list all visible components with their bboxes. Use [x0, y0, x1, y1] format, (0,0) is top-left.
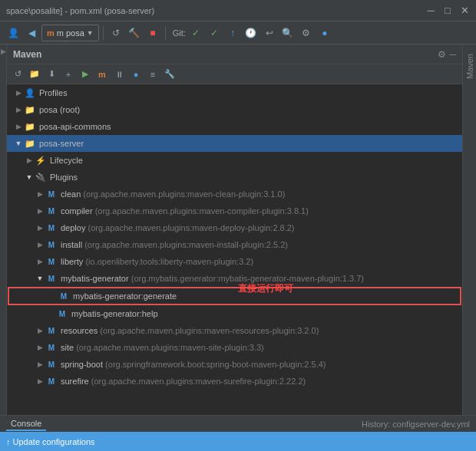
tree-item-surefire[interactable]: ▶ M surefire (org.apache.maven.plugins:m… — [7, 373, 462, 390]
toolbar-avatar-icon[interactable]: ● — [316, 25, 333, 41]
posa-api-label: posa-api-commons — [39, 122, 111, 131]
main-content: ▶ Maven ⚙ ─ ↺ 📁 ⬇ + ▶ m ⏸ ● ≡ 🔧 — [0, 44, 476, 415]
clean-label: clean (org.apache.maven.plugins:maven-cl… — [61, 189, 285, 199]
toolbar-settings-icon[interactable]: ⚙ — [298, 25, 315, 41]
toolbar-sep-1 — [103, 26, 104, 40]
title-bar-controls: ─ □ ✕ — [425, 5, 470, 16]
mv-refresh-btn[interactable]: ↺ — [10, 67, 25, 82]
gen-help-label: mybatis-generator:help — [71, 309, 158, 318]
plugins-label: Plugins — [50, 173, 78, 182]
git-check2-icon[interactable]: ✓ — [206, 25, 223, 41]
maven-settings-icon[interactable]: ⚙ — [438, 49, 446, 60]
lifecycle-arrow[interactable]: ▶ — [24, 156, 35, 164]
spring-boot-arrow[interactable]: ▶ — [35, 360, 45, 368]
tree-item-clean[interactable]: ▶ M clean (org.apache.maven.plugins:mave… — [7, 186, 462, 202]
plugins-arrow[interactable]: ▼ — [24, 173, 35, 181]
mv-download-btn[interactable]: ⬇ — [44, 67, 59, 82]
surefire-arrow[interactable]: ▶ — [35, 377, 45, 385]
main-toolbar: 👤 ◀ m m posa ▼ ↺ 🔨 ■ Git: ✓ ✓ ↑ 🕐 ↩ 🔍 ⚙ … — [0, 21, 476, 44]
maven-tree: ▶ 👤 Profiles ▶ 📁 posa (root) ▶ 📁 posa-ap… — [7, 84, 462, 390]
mv-wrench-btn[interactable]: 🔧 — [162, 67, 177, 82]
console-tab[interactable]: Console — [6, 417, 46, 431]
maven-panel-title: Maven — [13, 49, 41, 60]
tree-item-posa-server[interactable]: ▼ 📁 posa-server — [7, 135, 462, 152]
maven-panel: Maven ⚙ ─ ↺ 📁 ⬇ + ▶ m ⏸ ● ≡ 🔧 ▶ 👤 — [7, 44, 462, 415]
mv-add-btn[interactable]: + — [61, 67, 76, 82]
site-icon: M — [45, 341, 58, 354]
resources-label: resources (org.apache.maven.plugins:mave… — [61, 326, 319, 335]
tree-item-deploy[interactable]: ▶ M deploy (org.apache.maven.plugins:mav… — [7, 219, 462, 236]
tree-item-plugins[interactable]: ▼ 🔌 Plugins — [7, 169, 462, 186]
tree-item-lifecycle[interactable]: ▶ ⚡ Lifecycle — [7, 152, 462, 169]
history-text: History: configserver-dev.yml — [362, 420, 470, 429]
toolbar-back-icon[interactable]: ◀ — [23, 25, 40, 41]
resources-arrow[interactable]: ▶ — [35, 327, 45, 334]
tree-item-site[interactable]: ▶ M site (org.apache.maven.plugins:maven… — [7, 339, 462, 356]
tree-item-mybatis-gen[interactable]: ▼ M mybatis-generator (org.mybatis.gener… — [7, 270, 462, 287]
tree-item-spring-boot[interactable]: ▶ M spring-boot (org.springframework.boo… — [7, 356, 462, 373]
liberty-label: liberty (io.openliberty.tools:liberty-ma… — [61, 257, 253, 266]
surefire-icon: M — [45, 375, 58, 387]
clean-icon: M — [45, 188, 58, 200]
mv-list-btn[interactable]: ≡ — [145, 67, 160, 82]
compiler-label: compiler (org.apache.maven.plugins:maven… — [61, 206, 309, 216]
mv-pause-btn[interactable]: ⏸ — [111, 67, 127, 82]
mybatis-gen-label: mybatis-generator (org.mybatis.generator… — [61, 274, 364, 283]
profiles-label: Profiles — [39, 88, 68, 97]
left-panel: ▶ — [0, 44, 7, 415]
mybatis-gen-arrow[interactable]: ▼ — [35, 275, 45, 282]
maven-minimize-icon[interactable]: ─ — [449, 49, 456, 60]
toolbar-stop-icon[interactable]: ■ — [144, 25, 161, 41]
tree-item-mybatis-gen-help[interactable]: ▶ M mybatis-generator:help — [7, 305, 462, 322]
compiler-arrow[interactable]: ▶ — [35, 207, 45, 215]
liberty-arrow[interactable]: ▶ — [35, 258, 45, 265]
tree-item-liberty[interactable]: ▶ M liberty (io.openliberty.tools:libert… — [7, 253, 462, 270]
lifecycle-label: Lifecycle — [50, 156, 83, 165]
site-arrow[interactable]: ▶ — [35, 344, 45, 351]
git-check-icon[interactable]: ✓ — [187, 25, 204, 41]
install-arrow[interactable]: ▶ — [35, 241, 45, 249]
posa-api-arrow[interactable]: ▶ — [13, 123, 24, 130]
tree-item-mybatis-gen-generate[interactable]: ▶ M mybatis-generator:generate — [8, 288, 461, 305]
tree-item-resources[interactable]: ▶ M resources (org.apache.maven.plugins:… — [7, 322, 462, 339]
tree-item-posa-api[interactable]: ▶ 📁 posa-api-commons — [7, 118, 462, 135]
tree-item-install[interactable]: ▶ M install (org.apache.maven.plugins:ma… — [7, 236, 462, 253]
clean-arrow[interactable]: ▶ — [35, 190, 45, 198]
title-bar-path: space\posalite] - pom.xml (posa-server) — [6, 6, 154, 15]
mv-skip-btn[interactable]: ● — [128, 67, 144, 82]
site-label: site (org.apache.maven.plugins:maven-sit… — [61, 343, 264, 352]
install-label: install (org.apache.maven.plugins:maven-… — [61, 240, 288, 249]
toolbar-refresh-icon[interactable]: ↺ — [107, 25, 124, 41]
tree-item-profiles[interactable]: ▶ 👤 Profiles — [7, 84, 462, 101]
posa-server-arrow[interactable]: ▼ — [13, 140, 24, 147]
mv-folder-btn[interactable]: 📁 — [27, 67, 42, 82]
tree-item-compiler[interactable]: ▶ M compiler (org.apache.maven.plugins:m… — [7, 202, 462, 219]
minimize-button[interactable]: ─ — [425, 5, 436, 16]
maven-header-right: ⚙ ─ — [438, 49, 456, 60]
tree-item-posa-root[interactable]: ▶ 📁 posa (root) — [7, 101, 462, 118]
tree-item-war[interactable]: ▶ M war (org.apache.maven.plugins:maven-… — [7, 390, 462, 390]
maximize-button[interactable]: □ — [442, 5, 453, 16]
gen-generate-label: mybatis-generator:generate — [73, 291, 177, 301]
toolbar-undo-icon[interactable]: ↩ — [261, 25, 278, 41]
toolbar-user-icon[interactable]: 👤 — [5, 25, 21, 41]
mv-m-btn[interactable]: m — [94, 67, 110, 82]
toolbar-search-icon[interactable]: 🔍 — [279, 25, 296, 41]
posa-root-arrow[interactable]: ▶ — [13, 106, 24, 114]
maven-profile-dropdown[interactable]: m m posa ▼ — [41, 25, 99, 41]
posa-root-icon: 📁 — [24, 104, 36, 116]
posa-server-label: posa-server — [39, 139, 84, 148]
bottom-bar: Console History: configserver-dev.yml — [0, 415, 476, 432]
surefire-label: surefire (org.apache.maven.plugins:maven… — [61, 377, 306, 386]
toolbar-build-icon[interactable]: 🔨 — [126, 25, 143, 41]
profiles-arrow[interactable]: ▶ — [13, 89, 24, 97]
status-text: ↑ Update configurations — [6, 437, 95, 446]
mv-run-btn[interactable]: ▶ — [78, 67, 93, 82]
git-push-icon[interactable]: ↑ — [224, 25, 241, 41]
left-panel-arrow[interactable]: ▶ — [1, 48, 6, 55]
toolbar-clock-icon[interactable]: 🕐 — [243, 25, 259, 41]
deploy-arrow[interactable]: ▶ — [35, 224, 45, 232]
right-sidebar-label[interactable]: Maven — [465, 54, 474, 79]
spring-boot-icon: M — [45, 358, 58, 370]
close-button[interactable]: ✕ — [459, 5, 470, 16]
